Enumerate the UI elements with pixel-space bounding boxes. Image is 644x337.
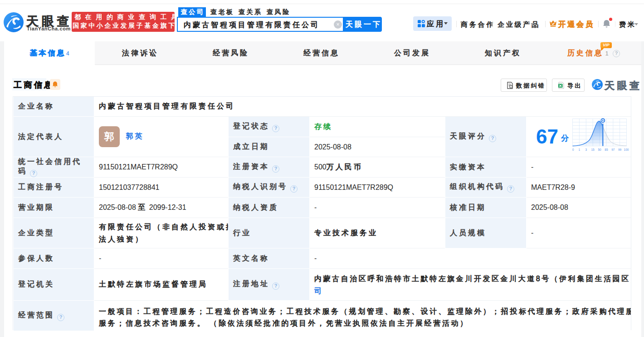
svg-text:85: 85 [605,148,608,151]
svg-text:0: 0 [572,148,574,151]
svg-text:99: 99 [618,148,622,151]
svg-text:97: 97 [611,148,615,151]
svg-text:15: 15 [591,148,595,151]
svg-text:1: 1 [579,148,581,151]
svg-text:3: 3 [585,148,587,151]
svg-text:50: 50 [598,148,601,151]
svg-text:100: 100 [624,148,629,151]
